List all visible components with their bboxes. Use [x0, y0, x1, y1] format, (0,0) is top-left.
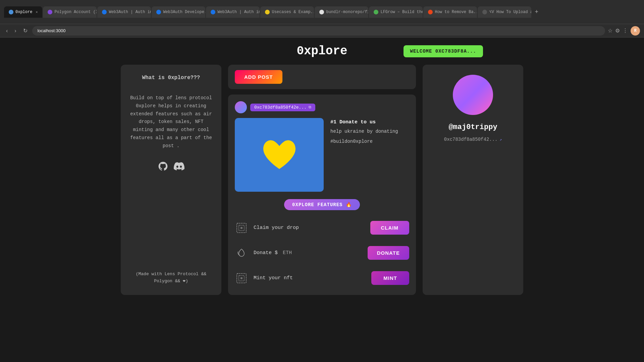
mint-svg-icon — [236, 273, 247, 284]
feature-row-donate: Donate $ ETH DONATE — [235, 243, 409, 263]
bookmark-icon[interactable]: ☆ — [608, 27, 612, 34]
tab-bar: 0xplore ✕ Polygon Account (It... ✕ Web3A… — [0, 0, 644, 24]
claim-label: Claim your drop — [254, 225, 365, 231]
back-button[interactable]: ‹ — [4, 26, 10, 35]
tab-favicon-web3auth1 — [102, 10, 107, 14]
address-bar: ‹ › ↻ ☆ ⚙ ⋮ R — [0, 24, 644, 38]
add-post-card: ADD POST — [228, 65, 416, 89]
right-panel: @maj0trippy 0xc783df8a850f42... ↗ — [423, 65, 523, 295]
claim-button[interactable]: CLAIM — [370, 221, 410, 235]
main-layout: What is 0xplore??? Build on top of lens … — [0, 65, 644, 295]
discord-icon[interactable] — [174, 161, 184, 172]
svg-rect-2 — [240, 227, 243, 229]
post-header: 0xc783df8a850f42e... ⧉ — [235, 101, 409, 113]
right-address-text: 0xc783df8a850f42... — [444, 137, 498, 142]
post-card: 0xc783df8a850f42e... ⧉ #1 Donate to us — [228, 95, 416, 295]
right-address: 0xc783df8a850f42... ↗ — [444, 137, 502, 142]
tab-upload[interactable]: ⌥V How To Upload and... ✕ — [478, 6, 531, 18]
feature-row-claim: Claim your drop CLAIM — [235, 218, 409, 238]
tab-favicon-0xplore — [9, 10, 13, 14]
tab-favicon-lfgrow — [374, 10, 378, 14]
airdrop-icon — [236, 223, 247, 233]
tab-favicon-polygon — [48, 10, 52, 14]
refresh-button[interactable]: ↻ — [21, 26, 30, 35]
mint-label: Mint your nft — [254, 275, 366, 281]
add-post-button[interactable]: ADD POST — [235, 70, 282, 84]
tab-remove-ba[interactable]: How to Remove Ba... ✕ — [423, 6, 477, 18]
tab-label-usecases: Usecases & Examp... — [272, 10, 314, 14]
tab-favicon-usecases — [265, 10, 270, 14]
heart-image — [259, 135, 300, 175]
forward-button[interactable]: › — [12, 26, 18, 35]
left-panel-description: Build on top of lens protocol 0xplore he… — [129, 94, 213, 150]
donate-label-text: Donate $ — [254, 250, 278, 256]
tab-close-0xplore[interactable]: ✕ — [36, 10, 38, 14]
github-icon[interactable] — [158, 161, 168, 172]
post-address-text: 0xc783df8a850f42e... — [254, 105, 307, 110]
profile-avatar[interactable]: R — [631, 26, 640, 36]
tab-bundlr[interactable]: bundlr-monorepo/fi... ✕ — [315, 6, 368, 18]
tab-web3auth2[interactable]: Web3Auth Develope... ✕ — [152, 6, 205, 18]
tab-label-web3auth1: Web3Auth | Auth int... — [109, 10, 151, 14]
tab-polygon[interactable]: Polygon Account (It... ✕ — [43, 6, 97, 18]
tab-label-lfgrow: LFGrow – Build the... — [380, 10, 423, 14]
copy-icon[interactable]: ⧉ — [309, 105, 311, 109]
tab-label-remove-ba: How to Remove Ba... — [435, 10, 477, 14]
external-link-icon[interactable]: ↗ — [500, 137, 502, 142]
tab-favicon-web3auth3 — [211, 10, 215, 14]
left-panel: What is 0xplore??? Build on top of lens … — [121, 65, 221, 295]
features-badge: 0XPLORE FEATURES 🔥 — [284, 199, 360, 210]
social-icons — [158, 161, 184, 172]
post-content-area: #1 Donate to us help ukraine by donating… — [235, 118, 409, 192]
mint-icon — [235, 272, 248, 285]
extension-icon[interactable]: ⚙ — [615, 27, 620, 34]
tab-favicon-remove-ba — [428, 10, 433, 14]
right-username: @maj0trippy — [448, 123, 497, 131]
tab-web3auth3[interactable]: Web3Auth | Auth int... ✕ — [206, 6, 260, 18]
post-avatar — [235, 101, 247, 113]
post-address-badge[interactable]: 0xc783df8a850f42e... ⧉ — [250, 104, 315, 111]
post-image-container — [235, 118, 324, 192]
tab-label-web3auth2: Web3Auth Develope... — [163, 10, 205, 14]
tab-web3auth1[interactable]: Web3Auth | Auth int... ✕ — [97, 6, 151, 18]
claim-icon — [235, 221, 248, 235]
menu-icon[interactable]: ⋮ — [623, 27, 628, 34]
donate-icon — [235, 246, 248, 260]
welcome-badge[interactable]: WELCOME 0XC783DF8A... — [404, 45, 483, 57]
tab-label-upload: ⌥V How To Upload and... — [489, 9, 531, 14]
tab-0xplore[interactable]: 0xplore ✕ — [4, 6, 42, 18]
center-feed: ADD POST 0xc783df8a850f42e... ⧉ — [228, 65, 416, 295]
post-body-line2: #buildon0xplore — [330, 138, 409, 145]
tab-favicon-bundlr — [319, 10, 324, 14]
donate-svg-icon — [236, 248, 247, 258]
tab-favicon-upload — [482, 10, 487, 14]
tab-label-web3auth3: Web3Auth | Auth int... — [217, 10, 260, 14]
made-with-text: (Made with Lens Protocol && Polygon && ❤… — [129, 257, 213, 285]
left-panel-title: What is 0xplore??? — [142, 75, 200, 81]
post-title: #1 Donate to us — [330, 119, 409, 125]
donate-label: Donate $ ETH — [254, 250, 362, 256]
svg-rect-5 — [240, 277, 243, 279]
feature-row-mint: Mint your nft MINT — [235, 268, 409, 288]
mint-button[interactable]: MINT — [371, 271, 409, 285]
post-text-area: #1 Donate to us help ukraine by donating… — [330, 118, 409, 145]
tab-favicon-web3auth2 — [156, 10, 161, 14]
tab-label-0xplore: 0xplore — [15, 10, 32, 14]
app-title: 0xplore — [297, 44, 347, 58]
tab-lfgrow[interactable]: LFGrow – Build the... ✕ — [369, 6, 423, 18]
address-input[interactable] — [32, 26, 605, 36]
tab-usecases[interactable]: Usecases & Examp... ✕ — [260, 6, 314, 18]
tab-label-bundlr: bundlr-monorepo/fi... — [326, 10, 368, 14]
app-header: 0xplore WELCOME 0XC783DF8A... — [0, 38, 644, 65]
donate-button[interactable]: DONATE — [368, 246, 409, 260]
donate-label-extra: ETH — [283, 250, 292, 256]
new-tab-button[interactable]: + — [532, 8, 541, 15]
post-body-line1: help ukraine by donating — [330, 128, 409, 135]
tab-label-polygon: Polygon Account (It... — [54, 10, 97, 14]
right-avatar — [453, 75, 493, 115]
